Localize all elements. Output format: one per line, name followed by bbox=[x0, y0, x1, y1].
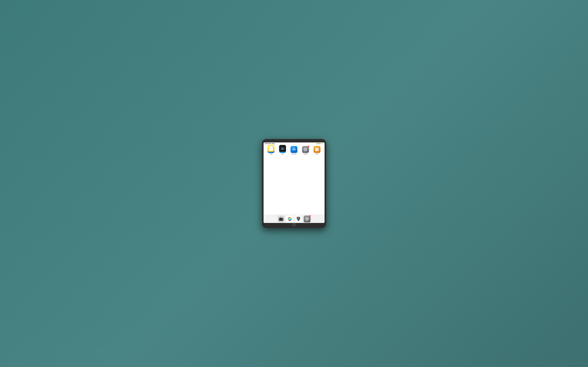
status-time: 12:31 Tue 3. Aug bbox=[265, 143, 274, 144]
svg-line-15 bbox=[304, 148, 305, 149]
front-camera bbox=[294, 141, 295, 142]
svg-rect-63 bbox=[280, 217, 281, 218]
appstore-icon bbox=[290, 146, 298, 153]
home-button-ring bbox=[293, 224, 295, 226]
battery-level: 85 % bbox=[318, 143, 321, 144]
ipad-device: 12:31 Tue 3. Aug 📶 85 % 🔋 bbox=[262, 139, 326, 228]
tv-icon: 📺 bbox=[279, 145, 286, 152]
status-bar: 12:31 Tue 3. Aug 📶 85 % 🔋 bbox=[264, 142, 324, 145]
svg-line-18 bbox=[304, 150, 305, 151]
home-button-area bbox=[292, 223, 296, 226]
svg-line-91 bbox=[306, 220, 306, 220]
dock-icons: 1 bbox=[278, 216, 311, 222]
svg-point-61 bbox=[281, 219, 281, 220]
home-screen: Safari bbox=[264, 145, 324, 215]
status-indicators: 📶 85 % 🔋 bbox=[316, 143, 323, 144]
svg-rect-51 bbox=[269, 146, 273, 151]
dock-app-framer[interactable] bbox=[295, 216, 302, 222]
dock: 1 bbox=[264, 215, 324, 223]
home-button[interactable] bbox=[292, 223, 296, 226]
svg-point-10 bbox=[305, 149, 306, 150]
svg-line-90 bbox=[308, 218, 308, 218]
svg-point-83 bbox=[307, 218, 308, 220]
settings-dock-badge: 1 bbox=[309, 215, 311, 217]
notes-icon bbox=[268, 145, 274, 152]
photos-dock-icon bbox=[286, 216, 293, 222]
svg-line-88 bbox=[306, 218, 306, 218]
svg-line-89 bbox=[308, 220, 308, 220]
dock-app-photos[interactable] bbox=[286, 216, 293, 222]
dock-app-camera[interactable] bbox=[278, 216, 284, 222]
books-icon bbox=[314, 146, 320, 153]
svg-line-16 bbox=[307, 150, 307, 151]
ipad-screen: 12:31 Tue 3. Aug 📶 85 % 🔋 bbox=[264, 142, 324, 223]
svg-line-17 bbox=[307, 148, 307, 149]
battery-icon: 🔋 bbox=[322, 143, 323, 144]
framer-dock-icon bbox=[295, 216, 302, 222]
camera-dock-icon bbox=[278, 216, 284, 222]
svg-text:📺: 📺 bbox=[281, 147, 284, 150]
dock-app-settings[interactable]: 1 bbox=[304, 216, 311, 222]
svg-point-62 bbox=[281, 219, 281, 219]
settings-badge: 1 bbox=[308, 146, 309, 147]
svg-point-77 bbox=[289, 218, 290, 220]
wifi-icon: 📶 bbox=[316, 143, 318, 144]
